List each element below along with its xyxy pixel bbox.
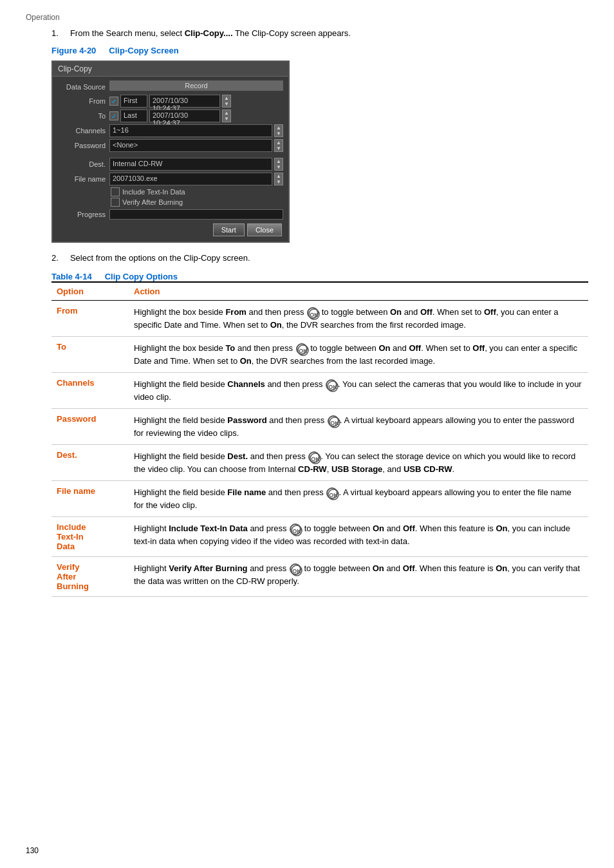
from-label: From — [58, 97, 109, 105]
include-text-row: Include Text-In Data — [111, 187, 283, 196]
bold-text: On — [240, 356, 252, 366]
action-cell: Highlight the field beside Dest. and the… — [129, 445, 588, 481]
dialog-body: Data Source Record From ✓ First 2007/10/… — [53, 77, 288, 241]
svg-text:OK: OK — [312, 456, 321, 462]
bold-text: On — [496, 563, 507, 573]
normal-text: Highlight — [134, 524, 169, 533]
action-cell: Highlight Include Text-In Data and press… — [129, 517, 588, 557]
normal-text: Highlight the field beside — [134, 415, 227, 425]
normal-text: , the DVR searches from the last recorde… — [252, 356, 435, 366]
table-row: Dest.Highlight the field beside Dest. an… — [51, 445, 588, 481]
ok-icon: OK — [307, 307, 319, 319]
normal-text: and then press — [235, 343, 295, 353]
normal-text: . When this feature is — [414, 563, 496, 573]
channels-scroll-btn[interactable]: ▲▼ — [274, 124, 283, 137]
bold-text: Verify After Burning — [169, 563, 247, 573]
ok-icon: OK — [308, 451, 320, 463]
channels-field[interactable]: 1~16 — [109, 124, 272, 137]
step1-text-pre: From the Search menu, select — [70, 28, 185, 38]
start-button[interactable]: Start — [213, 223, 245, 236]
dest-label: Dest. — [58, 160, 109, 168]
option-cell: Channels — [51, 373, 129, 409]
normal-text: and then press — [267, 415, 327, 425]
option-cell: From — [51, 301, 129, 337]
figure-name: Clip-Copy Screen — [109, 46, 178, 55]
verify-after-label: Verify After Burning — [122, 198, 183, 206]
action-cell: Highlight Verify After Burning and press… — [129, 557, 588, 597]
option-cell: File name — [51, 481, 129, 517]
channels-content: 1~16 ▲▼ — [109, 124, 283, 137]
normal-text: Highlight the box beside — [134, 307, 225, 317]
normal-text: Highlight the field beside — [134, 487, 227, 497]
normal-text: to toggle between — [302, 524, 373, 533]
ok-icon: OK — [326, 379, 337, 391]
dest-row: Dest. Internal CD-RW ▲▼ — [58, 158, 283, 171]
normal-text: . — [452, 464, 454, 474]
include-text-checkbox[interactable] — [111, 187, 120, 196]
normal-text: and then press — [248, 451, 308, 461]
from-date-field[interactable]: 2007/10/30 10:24:37 — [149, 95, 220, 108]
to-date-field[interactable]: 2007/10/30 10:24:37 — [149, 109, 220, 122]
svg-text:OK: OK — [328, 384, 337, 390]
bold-text: To — [225, 343, 235, 353]
dest-field[interactable]: Internal CD-RW — [109, 158, 272, 171]
action-cell: Highlight the field beside Channels and … — [129, 373, 588, 409]
table-title: Table 4-14 Clip Copy Options — [51, 272, 588, 281]
option-cell: Include Text-In Data — [51, 517, 129, 557]
normal-text: and — [384, 524, 403, 533]
table-row: ChannelsHighlight the field beside Chann… — [51, 373, 588, 409]
normal-text: , the DVR searches from the first record… — [282, 320, 466, 330]
from-content: ✓ First 2007/10/30 10:24:37 ▲▼ — [109, 95, 283, 108]
page-number: 130 — [26, 846, 39, 855]
action-cell: Highlight the box beside From and then p… — [129, 301, 588, 337]
col-header-option: Option — [51, 282, 129, 301]
bold-text: Password — [227, 415, 266, 425]
step1-text-post: The Clip-Copy screen appears. — [233, 28, 351, 38]
col-header-action: Action — [129, 282, 588, 301]
to-scroll-btn[interactable]: ▲▼ — [222, 109, 231, 122]
bold-text: On — [378, 343, 390, 353]
normal-text: and then press — [247, 307, 306, 317]
svg-text:OK: OK — [330, 492, 339, 498]
normal-text: . When this feature is — [415, 524, 496, 533]
bold-text: On — [270, 320, 282, 330]
channels-label: Channels — [58, 127, 109, 135]
action-cell: Highlight the field beside File name and… — [129, 481, 588, 517]
from-checkbox[interactable]: ✓ — [109, 97, 118, 106]
include-text-label: Include Text-In Data — [122, 188, 185, 196]
bold-text: Channels — [227, 379, 265, 389]
option-cell: Verify After Burning — [51, 557, 129, 597]
from-scroll-btn[interactable]: ▲▼ — [222, 95, 231, 108]
figure-label: Figure 4-20 — [51, 46, 96, 55]
step2-text: 2. Select from the options on the Clip-C… — [51, 253, 588, 263]
ok-icon: OK — [326, 487, 338, 499]
close-button[interactable]: Close — [247, 223, 282, 236]
bold-text: On — [373, 524, 384, 533]
section-label: Operation — [26, 13, 588, 22]
svg-text:OK: OK — [330, 420, 339, 426]
bold-text: Off — [403, 524, 415, 533]
filename-row: File name 20071030.exe ▲▼ — [58, 173, 283, 185]
bold-text: File name — [227, 487, 266, 497]
bold-text: Off — [409, 343, 421, 353]
dest-scroll-btn[interactable]: ▲▼ — [274, 158, 283, 171]
table-row: FromHighlight the box beside From and th… — [51, 301, 588, 337]
filename-scroll-btn[interactable]: ▲▼ — [274, 173, 283, 185]
bold-text: USB Storage — [331, 464, 382, 474]
clip-copy-dialog: Clip-Copy Data Source Record From ✓ Firs… — [51, 61, 290, 243]
verify-after-checkbox[interactable] — [111, 198, 120, 207]
dest-content: Internal CD-RW ▲▼ — [109, 158, 283, 171]
bold-text: Off — [484, 307, 496, 317]
bold-text: Off — [472, 343, 485, 353]
option-cell: Dest. — [51, 445, 129, 481]
ok-icon: OK — [290, 563, 301, 575]
to-checkbox[interactable]: ✓ — [109, 111, 118, 120]
password-content: <None> ▲▼ — [109, 139, 283, 152]
password-scroll-btn[interactable]: ▲▼ — [274, 139, 283, 152]
normal-text: and — [384, 563, 403, 573]
password-field[interactable]: <None> — [109, 139, 272, 152]
filename-field[interactable]: 20071030.exe — [109, 173, 272, 185]
progress-row: Progress — [58, 209, 283, 220]
ok-icon: OK — [328, 415, 339, 427]
option-cell: Password — [51, 409, 129, 445]
